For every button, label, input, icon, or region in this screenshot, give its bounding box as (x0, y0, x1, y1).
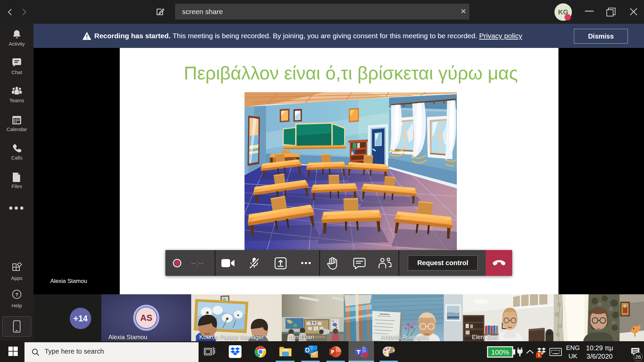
svg-text:?: ? (15, 292, 18, 297)
svg-text:AS: AS (140, 313, 152, 323)
